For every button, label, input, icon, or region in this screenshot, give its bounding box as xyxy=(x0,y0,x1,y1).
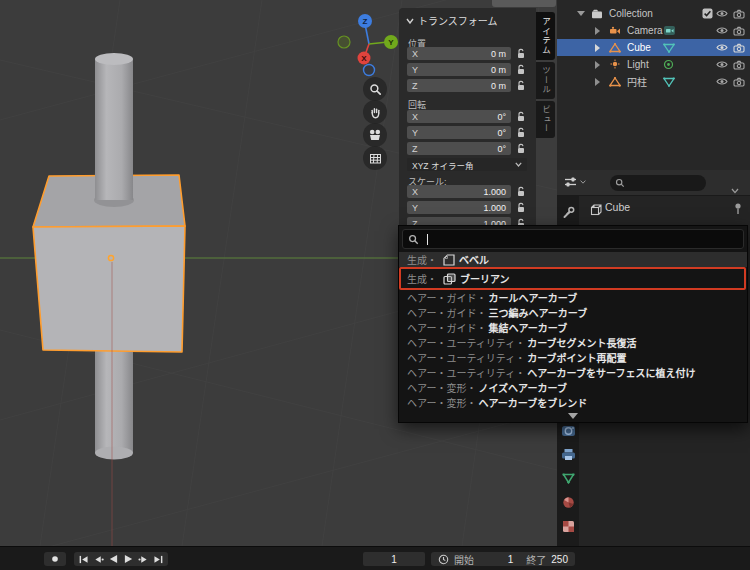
texture-checker-icon xyxy=(562,520,575,533)
outliner-row-cube[interactable]: Cube xyxy=(557,39,750,56)
collapse-arrow-icon[interactable] xyxy=(595,73,600,90)
menu-item-curl-hair-curves[interactable]: ヘアー・ガイド・ カールヘアーカーブ xyxy=(399,290,747,305)
mesh-data-icon[interactable] xyxy=(663,39,675,56)
navigation-gizmo[interactable]: Z Y X xyxy=(336,6,402,80)
lock-icon[interactable] xyxy=(516,126,528,139)
gizmo-neg-y-ball[interactable] xyxy=(338,36,350,48)
position-y-field[interactable]: Y 0 m xyxy=(407,63,511,76)
camera-toggle-icon[interactable] xyxy=(733,39,745,56)
transform-panel-header[interactable]: トランスフォーム xyxy=(406,13,498,28)
tab-object-data[interactable] xyxy=(560,470,576,486)
mesh-data-icon[interactable] xyxy=(663,73,675,90)
menu-item-attach-hair-curves-to-surface[interactable]: ヘアー・ユーティリティ・ ヘアーカーブをサーフェスに植え付け xyxy=(399,365,747,380)
checkbox-icon[interactable] xyxy=(702,5,713,22)
mesh-data-tab-icon xyxy=(562,473,575,484)
editor-type-button[interactable] xyxy=(563,175,586,189)
outliner-row-camera[interactable]: Camera xyxy=(557,22,750,39)
eye-icon[interactable] xyxy=(716,56,728,73)
zoom-tool-button[interactable] xyxy=(363,77,387,101)
modifier-search-input[interactable] xyxy=(402,229,744,249)
menu-item-label: カーブセグメント長復活 xyxy=(527,335,636,350)
tab-material[interactable] xyxy=(560,494,576,510)
blender-window: Z Y X xyxy=(0,0,750,570)
menu-item-redistribute-curve-points[interactable]: ヘアー・ユーティリティ・ カーブポイント再配置 xyxy=(399,350,747,365)
lock-icon[interactable] xyxy=(516,79,528,92)
render-camera-icon xyxy=(561,424,576,437)
jump-to-start-button[interactable] xyxy=(76,552,91,566)
gizmo-z-ball[interactable]: Z xyxy=(358,14,372,28)
menu-item-blend-hair-curves[interactable]: ヘアー・変形・ ヘアーカーブをブレンド xyxy=(399,395,747,410)
lock-icon[interactable] xyxy=(516,110,528,123)
cylinder-object[interactable] xyxy=(95,340,133,460)
scale-y-field[interactable]: Y 1.000 xyxy=(407,201,511,214)
npanel-tab-view[interactable]: ビュー xyxy=(536,101,555,138)
rotation-z-field[interactable]: Z 0° xyxy=(407,142,511,155)
tab-tool[interactable] xyxy=(560,204,576,220)
menu-item-label: 三つ編みヘアーカーブ xyxy=(488,305,587,320)
current-frame-value: 1 xyxy=(391,554,397,565)
gizmo-x-ball[interactable]: X xyxy=(358,52,371,65)
transform-panel-title: トランスフォーム xyxy=(418,13,498,28)
tab-render[interactable] xyxy=(560,422,576,438)
outliner-row-cylinder[interactable]: 円柱 xyxy=(557,73,750,90)
eye-icon[interactable] xyxy=(716,73,728,90)
play-reverse-button[interactable] xyxy=(106,552,121,566)
menu-item-restore-curve-segment-length[interactable]: ヘアー・ユーティリティ・ カーブセグメント長復活 xyxy=(399,335,747,350)
eye-icon[interactable] xyxy=(716,39,728,56)
menu-item-bevel[interactable]: 生成・ ベベル xyxy=(399,252,747,267)
previous-keyframe-button[interactable] xyxy=(91,552,106,566)
camera-toggle-icon[interactable] xyxy=(733,73,745,90)
camera-view-button[interactable] xyxy=(363,123,387,147)
tab-texture[interactable] xyxy=(560,518,576,534)
cylinder-top-segment[interactable] xyxy=(95,53,133,200)
bevel-icon xyxy=(443,254,455,266)
menu-scroll-down-arrow[interactable] xyxy=(399,410,747,422)
position-z-field[interactable]: Z 0 m xyxy=(407,79,511,92)
pin-icon[interactable] xyxy=(733,201,743,219)
viewport-header-partial-button[interactable] xyxy=(492,0,556,7)
rotation-mode-dropdown[interactable]: XYZ オイラー角 xyxy=(407,158,527,171)
rotation-y-field[interactable]: Y 0° xyxy=(407,126,511,139)
collapse-arrow-icon[interactable] xyxy=(595,56,600,73)
pan-tool-button[interactable] xyxy=(363,100,387,124)
lock-icon[interactable] xyxy=(516,47,528,60)
lock-icon[interactable] xyxy=(516,201,528,214)
play-button[interactable] xyxy=(121,552,136,566)
eye-icon[interactable] xyxy=(716,22,728,39)
camera-data-icon[interactable] xyxy=(663,22,676,39)
collapse-arrow-icon[interactable] xyxy=(595,39,600,56)
lock-icon[interactable] xyxy=(516,63,528,76)
menu-item-noise-hair-curves[interactable]: ヘアー・変形・ ノイズヘアーカーブ xyxy=(399,380,747,395)
next-keyframe-button[interactable] xyxy=(136,552,151,566)
outliner-row-light[interactable]: Light xyxy=(557,56,750,73)
cube-object[interactable] xyxy=(33,175,185,352)
lock-icon[interactable] xyxy=(516,142,528,155)
camera-toggle-icon[interactable] xyxy=(733,22,745,39)
lock-icon[interactable] xyxy=(516,185,528,198)
current-frame-field[interactable]: 1 xyxy=(363,552,425,566)
orthographic-toggle-button[interactable] xyxy=(363,146,387,170)
scale-x-field[interactable]: X 1.000 xyxy=(407,185,511,198)
gizmo-neg-z-ball[interactable] xyxy=(364,65,375,76)
npanel-tab-tool[interactable]: ツール xyxy=(536,62,555,99)
tab-output[interactable] xyxy=(560,446,576,462)
npanel-tab-item[interactable]: アイテム xyxy=(536,12,555,60)
gizmo-y-ball[interactable]: Y xyxy=(384,35,398,49)
camera-toggle-icon[interactable] xyxy=(733,5,745,22)
light-data-icon[interactable] xyxy=(663,56,674,73)
collapse-arrow-icon[interactable] xyxy=(595,22,600,39)
auto-keying-button[interactable] xyxy=(44,552,66,566)
end-frame-value[interactable]: 250 xyxy=(551,554,568,565)
jump-to-end-button[interactable] xyxy=(151,552,166,566)
expand-arrow-icon[interactable] xyxy=(577,5,585,22)
camera-toggle-icon[interactable] xyxy=(733,56,745,73)
outliner-row-collection[interactable]: Collection xyxy=(557,5,750,22)
menu-item-boolean[interactable]: 生成・ ブーリアン xyxy=(399,271,747,286)
position-x-field[interactable]: X 0 m xyxy=(407,47,511,60)
properties-search-input[interactable] xyxy=(610,175,706,191)
rotation-x-field[interactable]: X 0° xyxy=(407,110,511,123)
menu-item-clump-hair-curves[interactable]: ヘアー・ガイド・ 集結ヘアーカーブ xyxy=(399,320,747,335)
menu-item-braid-hair-curves[interactable]: ヘアー・ガイド・ 三つ編みヘアーカーブ xyxy=(399,305,747,320)
start-frame-value[interactable]: 1 xyxy=(479,554,513,565)
eye-icon[interactable] xyxy=(716,5,728,22)
